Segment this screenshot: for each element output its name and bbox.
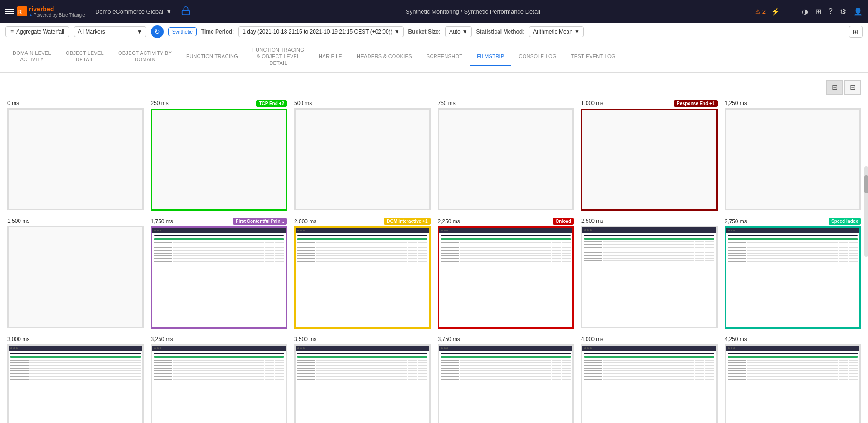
contrast-icon[interactable]: ◑ <box>802 7 808 16</box>
filmstrip-item[interactable]: 4,250 ms <box>725 336 861 423</box>
filmstrip-thumbnail <box>439 346 573 423</box>
filmstrip-frame[interactable] <box>151 109 287 211</box>
filmstrip-item[interactable]: 3,250 ms <box>151 336 287 423</box>
tab-filmstrip[interactable]: Filmstrip <box>470 48 511 66</box>
fullscreen-icon[interactable]: ⛶ <box>787 7 795 15</box>
filter-icon[interactable]: ⚡ <box>771 7 780 16</box>
stat-method-text: Arithmetic Mean <box>533 29 572 35</box>
filmstrip-time-label: 3,750 ms <box>438 336 460 342</box>
tab-har-file[interactable]: HAR File <box>311 48 349 66</box>
tab-screenshot[interactable]: Screenshot <box>419 48 470 66</box>
filmstrip-frame[interactable] <box>294 108 431 210</box>
filmstrip-item[interactable]: 1,500 ms <box>7 218 144 328</box>
filmstrip-time-label: 2,000 ms <box>294 218 316 225</box>
alert-count: 2 <box>762 8 766 15</box>
user-icon[interactable]: 👤 <box>853 7 863 16</box>
scrollbar-thumb[interactable] <box>864 175 868 193</box>
filmstrip-grid: 0 ms250 msTCP End +2500 ms750 ms1,000 ms… <box>7 100 861 423</box>
all-markers-dropdown[interactable]: All Markers ▼ <box>74 26 146 37</box>
filmstrip-item[interactable]: 2,750 msSpeed Index <box>725 218 861 328</box>
filmstrip-frame[interactable] <box>438 226 574 328</box>
filmstrip-item[interactable]: 0 ms <box>7 100 144 211</box>
filmstrip-item[interactable]: 3,000 ms <box>7 336 144 423</box>
filmstrip-item[interactable]: 1,750 msFirst Contentful Pain... <box>151 218 287 328</box>
filmstrip-time-label: 4,250 ms <box>725 336 747 342</box>
filmstrip-item[interactable]: 2,000 msDOM Interactive +1 <box>294 218 431 328</box>
synthetic-badge: Synthetic <box>168 27 197 36</box>
app-name-dropdown[interactable]: Demo eCommerce Global ▼ <box>95 8 172 15</box>
filmstrip-frame[interactable] <box>294 226 431 328</box>
filmstrip-frame[interactable] <box>294 344 431 423</box>
filmstrip-frame[interactable] <box>7 344 144 423</box>
filmstrip-frame[interactable] <box>438 344 574 423</box>
tab-headers-cookies[interactable]: Headers & Cookies <box>349 48 419 66</box>
alert-indicator[interactable]: ⚠ 2 <box>755 8 766 15</box>
thumbnail-content <box>296 233 429 327</box>
bucket-size-dropdown[interactable]: Auto ▼ <box>445 26 472 37</box>
tab-object-level[interactable]: Object Level Detail <box>58 44 111 69</box>
tab-test-event-log[interactable]: Test Event Log <box>564 48 623 66</box>
aggregate-waterfall-label: Aggregate Waterfall <box>16 29 64 35</box>
filmstrip-item[interactable]: 3,750 ms <box>438 336 574 423</box>
filmstrip-frame[interactable] <box>725 226 861 328</box>
filmstrip-frame[interactable] <box>725 108 861 210</box>
filmstrip-thumbnail <box>439 228 573 327</box>
filmstrip-frame[interactable] <box>581 226 718 328</box>
svg-text:R: R <box>18 9 22 14</box>
filmstrip-badge: DOM Interactive +1 <box>384 218 430 225</box>
scrollbar[interactable] <box>864 166 868 257</box>
help-icon[interactable]: ? <box>829 7 833 15</box>
stat-method-label: Statistical Method: <box>476 29 525 35</box>
filmstrip-frame[interactable] <box>581 344 718 423</box>
filmstrip-time-label: 250 ms <box>151 100 169 106</box>
aggregate-waterfall-button[interactable]: ≡ Aggregate Waterfall <box>5 26 69 37</box>
filmstrip-item[interactable]: 500 ms <box>294 100 431 211</box>
filmstrip-badge: TCP End +2 <box>256 100 287 107</box>
filmstrip-frame[interactable] <box>725 344 861 423</box>
thumbnail-content <box>152 351 286 423</box>
filmstrip-item[interactable]: 3,500 ms <box>294 336 431 423</box>
filmstrip-thumbnail <box>152 228 286 327</box>
filmstrip-item[interactable]: 750 ms <box>438 100 574 211</box>
grid-view-button[interactable]: ⊞ <box>844 80 861 95</box>
filmstrip-item[interactable]: 1,250 ms <box>725 100 861 211</box>
tab-function-tracing-object[interactable]: Function Tracing & Object Level Detail <box>245 41 311 72</box>
filmstrip-item[interactable]: 250 msTCP End +2 <box>151 100 287 211</box>
filmstrip-time-row: 3,250 ms <box>151 336 287 342</box>
expand-button[interactable]: ⊞ <box>849 26 863 38</box>
filmstrip-time-row: 3,750 ms <box>438 336 574 342</box>
stat-method-dropdown[interactable]: Arithmetic Mean ▼ <box>529 26 584 37</box>
view-toggle: ⊟ ⊞ <box>7 80 861 95</box>
tab-object-activity[interactable]: Object Activity By Domain <box>111 44 179 69</box>
filmstrip-item[interactable]: 1,000 msResponse End +1 <box>581 100 718 211</box>
filmstrip-frame[interactable] <box>151 344 287 423</box>
tab-function-tracing[interactable]: Function Tracing <box>179 48 245 66</box>
filmstrip-frame[interactable] <box>7 108 144 210</box>
filmstrip-badge: Speed Index <box>829 218 861 225</box>
breadcrumb: Synthetic Monitoring / Synthetic Perform… <box>196 8 750 15</box>
tab-domain-level[interactable]: Domain Level Activity <box>5 44 58 69</box>
filmstrip-time-row: 750 ms <box>438 100 574 106</box>
filmstrip-thumbnail <box>9 346 142 423</box>
filmstrip-thumbnail <box>296 228 429 327</box>
thumbnail-content <box>9 351 142 423</box>
menu-button[interactable] <box>5 9 14 14</box>
tab-console-log[interactable]: Console Log <box>511 48 563 66</box>
filmstrip-frame[interactable] <box>438 108 574 210</box>
filmstrip-time-row: 1,250 ms <box>725 100 861 106</box>
filmstrip-frame[interactable] <box>151 226 287 328</box>
filmstrip-frame[interactable] <box>581 109 718 211</box>
list-view-button[interactable]: ⊟ <box>826 80 843 95</box>
filmstrip-item[interactable]: 4,000 ms <box>581 336 718 423</box>
refresh-button[interactable]: ↻ <box>151 25 164 38</box>
svg-rect-2 <box>182 10 190 15</box>
filmstrip-item[interactable]: 2,500 ms <box>581 218 718 328</box>
time-period-dropdown[interactable]: 1 day (2021-10-18 21:15 to 2021-10-19 21… <box>238 26 403 37</box>
filmstrip-frame[interactable] <box>7 226 144 328</box>
filmstrip-time-label: 1,250 ms <box>725 100 747 106</box>
grid-icon[interactable]: ⊞ <box>815 7 821 16</box>
thumbnail-content <box>296 351 429 423</box>
settings-icon[interactable]: ⚙ <box>840 7 846 16</box>
alert-icon: ⚠ <box>755 8 761 15</box>
filmstrip-item[interactable]: 2,250 msOnload <box>438 218 574 328</box>
